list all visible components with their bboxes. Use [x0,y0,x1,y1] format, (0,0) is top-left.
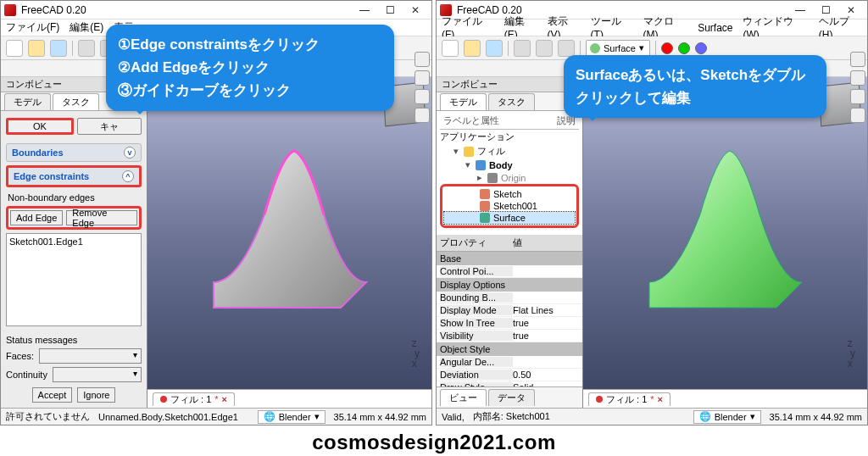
boundaries-section[interactable]: Boundaries v [6,143,142,162]
tree-app[interactable]: アプリケーション [440,130,579,144]
status-path: Unnamed.Body.Sketch001.Edge1 [98,412,238,422]
tree-sketch[interactable]: Sketch [444,188,575,200]
3d-view[interactable]: z yx [583,77,867,389]
document-tab[interactable]: フィル : 1 * × [588,392,670,406]
sketch-icon [480,189,490,199]
faces-combo[interactable] [39,348,142,364]
remove-edge-button[interactable]: Remove Edge [66,210,137,225]
toolbar-separator [72,41,73,56]
right-freecad-window: FreeCAD 0.20 — ☐ ✕ ファイル(F) 編集(E) 表示(V) ツ… [436,0,868,425]
property-header: プロパティ 値 [437,235,582,252]
expand-icon[interactable]: ▾ [464,159,472,170]
status-messages-label: Status messages [6,335,142,345]
tree-body-row[interactable]: ▾ Body [440,158,579,171]
minimize-button[interactable]: — [352,4,377,16]
col-label: ラベルと属性 [443,114,557,127]
undo-button[interactable] [78,40,95,57]
add-edge-button[interactable]: Add Edge [10,210,63,225]
document-tab[interactable]: フィル : 1 * × [153,392,235,406]
instruction-callout-left: ①Edge constraintsをクリック ②Add Edgeをクリック ③ガ… [106,25,394,111]
tree-doc[interactable]: ▾ フィル [440,144,579,158]
combo-view-tabs: モデル タスク [437,92,582,111]
play-macro-icon[interactable] [678,42,690,54]
menu-surface[interactable]: Surface [698,22,732,34]
strip-tool[interactable] [415,70,430,86]
tab-model[interactable]: モデル [440,93,487,110]
accept-button[interactable]: Accept [32,387,73,403]
ignore-button[interactable]: Ignore [77,387,115,403]
document-icon [464,147,474,157]
tree-origin-label: Origin [501,173,526,183]
main-area: コンボビュー モデル タスク ラベルと属性 説明 アプリケーション ▾ [437,77,867,408]
prop-row[interactable]: Display ModeFlat Lines [437,304,582,317]
prop-row[interactable]: Angular De... [437,356,582,369]
edge-buttons-highlight: Add Edge Remove Edge [6,206,142,230]
tab-task[interactable]: タスク [488,93,535,110]
strip-tool[interactable] [415,52,430,67]
record-macro-icon[interactable] [661,42,673,54]
maximize-button[interactable]: ☐ [377,4,403,16]
save-file-button[interactable] [50,40,67,57]
task-body: OK キャ Boundaries v Edge constraints ^ No… [1,111,147,408]
macro-icon[interactable] [695,42,707,54]
surface-shape-green [624,121,827,325]
workbench-selector[interactable]: Surface ▾ [586,40,650,57]
status-dimensions: 35.14 mm x 44.92 mm [334,412,426,422]
tab-view[interactable]: ビュー [440,389,487,406]
prop-row[interactable]: Deviation0.50 [437,369,582,381]
prop-row[interactable]: Show In Treetrue [437,317,582,330]
view-tabs: フィル : 1 * × [583,389,867,408]
refresh-button[interactable] [558,40,575,57]
redo-button[interactable] [536,40,553,57]
prop-row[interactable]: Bounding B... [437,292,582,304]
save-file-button[interactable] [486,40,503,57]
unsaved-indicator: * [214,394,218,404]
ok-button[interactable]: OK [6,118,74,135]
strip-tool[interactable] [415,89,430,104]
model-tree[interactable]: ラベルと属性 説明 アプリケーション ▾ フィル ▾ Body [437,111,582,235]
tree-sketch-label: Sketch [493,189,522,199]
tab-data[interactable]: データ [488,389,535,406]
edge-list-item[interactable]: Sketch001.Edge1 [9,236,138,247]
property-view[interactable]: プロパティ 値 Base Control Poi... Display Opti… [437,235,582,386]
close-tab-icon[interactable]: × [222,394,227,404]
tree-origin[interactable]: ▸ Origin [440,171,579,184]
new-file-button[interactable] [442,40,459,57]
workbench-label: Surface [604,43,636,53]
strip-tool[interactable] [850,89,865,104]
new-file-button[interactable] [6,40,23,57]
strip-tool[interactable] [850,70,865,86]
edge-constraints-section[interactable]: Edge constraints ^ [6,165,142,187]
close-tab-icon[interactable]: × [658,394,663,404]
strip-tool[interactable] [415,108,430,123]
watermark: cosmosdesign2021.com [0,425,868,454]
prop-row[interactable]: Control Poi... [437,265,582,278]
open-file-button[interactable] [464,40,481,57]
continuity-combo[interactable] [53,367,142,382]
nav-style-combo[interactable]: 🌐 Blender ▾ [258,410,326,424]
prop-value: Flat Lines [513,305,579,315]
tab-task[interactable]: タスク [53,93,99,110]
expand-icon[interactable]: ▸ [476,172,484,183]
tree-sketch001[interactable]: Sketch001 [444,200,575,212]
expand-icon[interactable]: ▾ [452,146,460,157]
combo-view-panel: コンボビュー モデル タスク ラベルと属性 説明 アプリケーション ▾ [437,77,583,408]
undo-button[interactable] [514,40,531,57]
strip-tool[interactable] [850,108,865,123]
open-file-button[interactable] [28,40,45,57]
3d-view[interactable]: z yx [147,77,431,389]
edge-list[interactable]: Sketch001.Edge1 [6,233,142,326]
prop-row[interactable]: Visibilitytrue [437,330,582,342]
tree-surface[interactable]: Surface [444,212,575,224]
close-button[interactable]: ✕ [403,4,428,16]
callout-line: ②Add Edgeをクリック [118,56,382,79]
callout-line: ①Edge constraintsをクリック [118,33,382,56]
tree-surface-label: Surface [493,213,526,223]
menu-edit[interactable]: 編集(E) [70,20,103,35]
nav-style-combo[interactable]: 🌐 Blender ▾ [693,410,761,424]
menu-file[interactable]: ファイル(F) [6,20,59,35]
tab-model[interactable]: モデル [4,93,51,110]
axis-gizmo-icon: z yx [848,338,855,369]
globe-icon: 🌐 [264,411,275,422]
strip-tool[interactable] [850,52,865,67]
